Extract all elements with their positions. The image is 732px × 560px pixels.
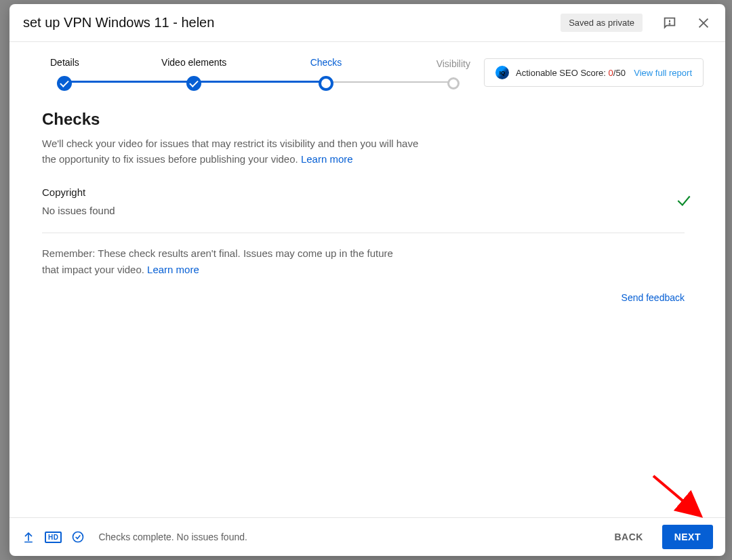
hd-badge-text: HD: [45, 532, 62, 543]
send-feedback-link[interactable]: Send feedback: [622, 292, 685, 303]
step-label: Video elements: [161, 57, 226, 68]
copyright-status: No issues found: [42, 205, 664, 216]
footer-status: Checks complete. No issues found.: [98, 532, 595, 542]
svg-point-1: [669, 23, 670, 24]
future-step-icon: [447, 77, 460, 89]
dialog-title: set up VPN Windows 11 - helen: [23, 15, 552, 31]
back-button[interactable]: BACK: [605, 525, 653, 549]
step-label: Checks: [310, 57, 342, 68]
learn-more-link[interactable]: Learn more: [147, 264, 199, 275]
send-feedback-row: Send feedback: [42, 292, 693, 304]
close-icon[interactable]: [695, 15, 712, 31]
dialog-body: Checks We'll check your video for issues…: [9, 102, 725, 517]
seo-view-report-link[interactable]: View full report: [634, 68, 692, 78]
feedback-icon[interactable]: [662, 15, 678, 31]
checkmark-icon: [186, 76, 201, 91]
current-step-icon: [319, 76, 333, 91]
divider: [42, 233, 685, 233]
seo-label-prefix: Actionable SEO Score:: [516, 68, 609, 78]
seo-score-suffix: /50: [613, 68, 626, 78]
step-details[interactable]: Details: [50, 57, 79, 91]
hd-icon: HD: [45, 532, 62, 543]
dialog-footer: HD Checks complete. No issues found. BAC…: [9, 517, 725, 556]
check-ok-icon: [71, 530, 85, 544]
seo-score-label: Actionable SEO Score: 0/50: [516, 68, 626, 78]
checks-intro: We'll check your video for issues that m…: [42, 136, 422, 167]
copyright-title: Copyright: [42, 186, 664, 198]
checkmark-ok-icon: [675, 192, 693, 212]
next-button[interactable]: NEXT: [662, 525, 713, 549]
svg-point-6: [73, 532, 83, 542]
step-connector: [323, 81, 458, 83]
upload-dialog: set up VPN Windows 11 - helen Saved as p…: [9, 4, 725, 556]
step-checks[interactable]: Checks: [310, 57, 342, 91]
step-visibility[interactable]: Visibility: [436, 58, 470, 89]
remember-body: Remember: These check results aren't fin…: [42, 247, 393, 275]
seo-score-value: 0: [609, 68, 613, 78]
step-video-elements[interactable]: Video elements: [161, 57, 226, 91]
step-connector: [194, 81, 329, 83]
copyright-row: Copyright No issues found: [42, 186, 693, 216]
checks-intro-text: We'll check your video for issues that m…: [42, 138, 418, 165]
upload-stepper: Details Video elements Checks Visibility: [50, 54, 470, 91]
stepper-row: Details Video elements Checks Visibility…: [9, 42, 725, 102]
step-label: Details: [50, 57, 79, 68]
step-label: Visibility: [436, 58, 470, 69]
dialog-header: set up VPN Windows 11 - helen Saved as p…: [9, 4, 725, 42]
remember-text: Remember: These check results aren't fin…: [42, 245, 408, 278]
checkmark-icon: [57, 76, 72, 91]
step-connector: [59, 81, 194, 83]
seo-score-card: IQ Actionable SEO Score: 0/50 View full …: [484, 58, 704, 87]
upload-icon: [22, 530, 35, 544]
seo-plugin-icon: IQ: [495, 66, 509, 79]
learn-more-link[interactable]: Learn more: [301, 153, 353, 165]
save-status-pill: Saved as private: [561, 14, 643, 32]
checks-heading: Checks: [42, 110, 693, 129]
